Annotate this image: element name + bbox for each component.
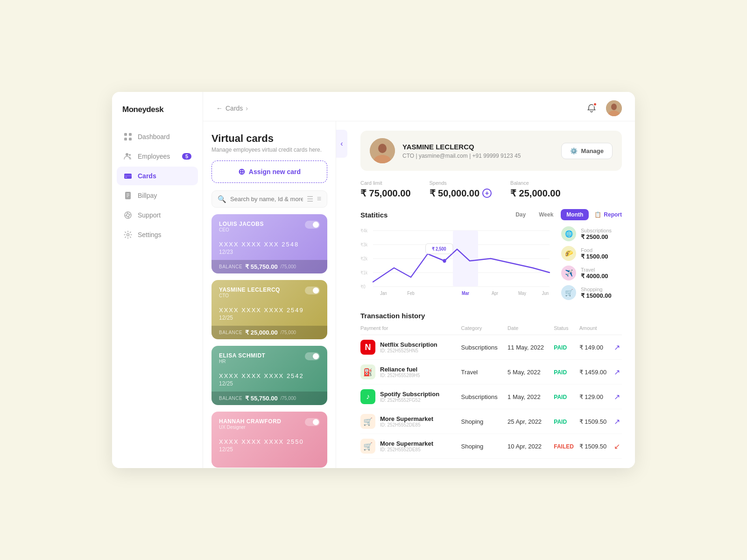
collapse-panel-button[interactable]: ‹ (336, 130, 347, 158)
chart-legend: 🌐 Subscriptions ₹ 2500.00 🌮 Food (561, 226, 622, 301)
user-avatar-topbar[interactable] (606, 100, 622, 116)
chart-title: Statitics (360, 211, 388, 219)
sidebar-item-support[interactable]: Support (117, 206, 198, 224)
svg-text:Jun: Jun (542, 291, 549, 296)
sidebar-item-billpay[interactable]: Billpay (117, 186, 198, 205)
card-2-toggle[interactable] (305, 352, 320, 360)
svg-rect-1 (129, 133, 132, 136)
settings-label: Settings (138, 231, 162, 238)
spends-plus-button[interactable]: + (482, 189, 492, 198)
sidebar-item-employees[interactable]: Employees 5 (117, 147, 198, 166)
tab-week[interactable]: Week (533, 209, 559, 220)
search-icon: 🔍 (218, 195, 226, 203)
card-0-number: XXXX XXXX XXX 2548 (219, 241, 320, 248)
svg-text:₹1k: ₹1k (360, 270, 367, 276)
virtual-card-2[interactable]: ELISA SCHMIDT HR XXXX XXXX XXXX 2542 12/… (211, 346, 327, 405)
svg-text:₹4k: ₹4k (360, 228, 367, 234)
svg-text:Jan: Jan (380, 291, 387, 296)
sidebar-item-settings[interactable]: Settings (117, 225, 198, 244)
chart-section: Statitics Day Week Month 📋 Report (360, 209, 622, 301)
svg-point-5 (129, 154, 131, 156)
cards-label: Cards (138, 172, 156, 180)
billpay-icon (123, 191, 133, 200)
support-label: Support (138, 211, 161, 219)
selected-user-name: YASMINE LECLERCQ (402, 143, 521, 151)
cards-icon (123, 171, 133, 181)
card-3-toggle[interactable] (305, 418, 320, 426)
transaction-section: Transaction history Payment for Category… (360, 312, 622, 459)
card-3-name: HANNAH CRAWFORD (219, 418, 282, 425)
sidebar-item-dashboard[interactable]: Dashboard (117, 127, 198, 146)
fuel-logo: ⛽ (360, 364, 375, 379)
search-input[interactable] (230, 196, 303, 203)
tab-day[interactable]: Day (510, 209, 531, 220)
main-area: ← Cards › Virtual cards Manage employees… (203, 92, 635, 468)
card-0-name: LOUIS JACOBS (219, 221, 264, 227)
status-failed: FAILED (554, 443, 574, 450)
card-0-toggle[interactable] (305, 221, 320, 229)
tx-link-0[interactable]: ↗ (614, 343, 620, 351)
assign-new-card-button[interactable]: ⊕ Assign new card (211, 161, 327, 183)
notification-dot (593, 102, 597, 106)
card-2-role: HR (219, 359, 265, 364)
status-paid: PAID (554, 394, 567, 400)
svg-point-4 (126, 153, 128, 156)
legend-subscriptions: 🌐 Subscriptions ₹ 2500.00 (561, 226, 622, 241)
chart-area: ₹4k ₹3k ₹2k ₹1k ₹0 (360, 226, 554, 301)
list-icon[interactable]: ≡ (317, 195, 321, 203)
status-paid: PAID (554, 419, 567, 425)
virtual-card-1[interactable]: YASMINE LECLERCQ CTO XXXX XXXX XXXX 2549… (211, 280, 327, 339)
card-1-toggle[interactable] (305, 287, 320, 294)
svg-text:₹ 2,500: ₹ 2,500 (432, 246, 446, 252)
breadcrumb-parent: Cards (226, 105, 243, 112)
col-amount: Amount (579, 325, 614, 335)
tx-link-4[interactable]: ↙ (614, 442, 620, 450)
card-3-role: UX Designer (219, 425, 282, 430)
topbar: ← Cards › (203, 92, 635, 121)
stat-card-limit: Card limit ₹ 75,000.00 (360, 180, 411, 199)
svg-point-14 (127, 214, 129, 217)
card-1-footer: BALANCE ₹ 25,000.00 /75,000 (211, 326, 327, 339)
legend-food: 🌮 Food ₹ 1500.00 (561, 246, 622, 261)
shopping-icon: 🛒 (561, 285, 576, 300)
svg-rect-8 (125, 177, 127, 178)
detail-panel: YASMINE LECLERCQ CTO | yasmine@mail.com … (347, 121, 635, 468)
support-icon (123, 210, 133, 220)
dashboard-label: Dashboard (138, 133, 170, 140)
selected-user-avatar (370, 138, 395, 163)
selected-user-info: YASMINE LECLERCQ CTO | yasmine@mail.com … (402, 143, 521, 159)
card-3-number: XXXX XXXX XXXX 2550 (219, 438, 320, 445)
report-button[interactable]: 📋 Report (594, 211, 622, 218)
svg-text:Feb: Feb (407, 291, 414, 296)
card-0-expiry: 12/23 (219, 249, 320, 255)
virtual-card-0[interactable]: LOUIS JACOBS CEO XXXX XXXX XXX 2548 12/2… (211, 214, 327, 273)
card-list: LOUIS JACOBS CEO XXXX XXXX XXX 2548 12/2… (211, 214, 327, 468)
legend-shopping: 🛒 Shopping ₹ 15000.00 (561, 285, 622, 300)
card-3-expiry: 12/25 (219, 446, 320, 453)
tx-link-3[interactable]: ↗ (614, 418, 620, 426)
notification-button[interactable] (584, 100, 599, 116)
svg-point-21 (611, 104, 617, 110)
stat-spends: Spends ₹ 50,000.00 + (430, 180, 492, 199)
stats-row: Card limit ₹ 75,000.00 Spends ₹ 50,000.0… (360, 180, 622, 199)
tx-link-2[interactable]: ↗ (614, 393, 620, 401)
report-icon: 📋 (594, 211, 601, 218)
svg-point-24 (378, 144, 387, 153)
card-1-name: YASMINE LECLERCQ (219, 287, 280, 293)
svg-rect-11 (127, 195, 129, 196)
sidebar-item-cards[interactable]: Cards (117, 167, 198, 185)
dashboard-icon (123, 132, 133, 141)
table-row: 🛒 More Supermarket ID: 252H5552DE85 Shop… (360, 434, 622, 459)
tab-month[interactable]: Month (561, 209, 589, 220)
chart-header: Statitics Day Week Month 📋 Report (360, 209, 622, 220)
manage-button[interactable]: ⚙️ Manage (561, 143, 613, 159)
employees-label: Employees (138, 153, 170, 160)
svg-text:₹3k: ₹3k (360, 242, 367, 248)
filter-icon[interactable]: ☰ (307, 195, 313, 203)
app-window: Moneydesk Dashboard Employees 5 Cards (112, 92, 635, 468)
tx-link-1[interactable]: ↗ (614, 368, 620, 376)
card-0-footer: BALANCE ₹ 55,750.00 /75,000 (211, 260, 327, 273)
breadcrumb-back-arrow[interactable]: ← (216, 105, 223, 112)
virtual-card-3[interactable]: HANNAH CRAWFORD UX Designer XXXX XXXX XX… (211, 412, 327, 468)
manage-gear-icon: ⚙️ (570, 147, 578, 154)
